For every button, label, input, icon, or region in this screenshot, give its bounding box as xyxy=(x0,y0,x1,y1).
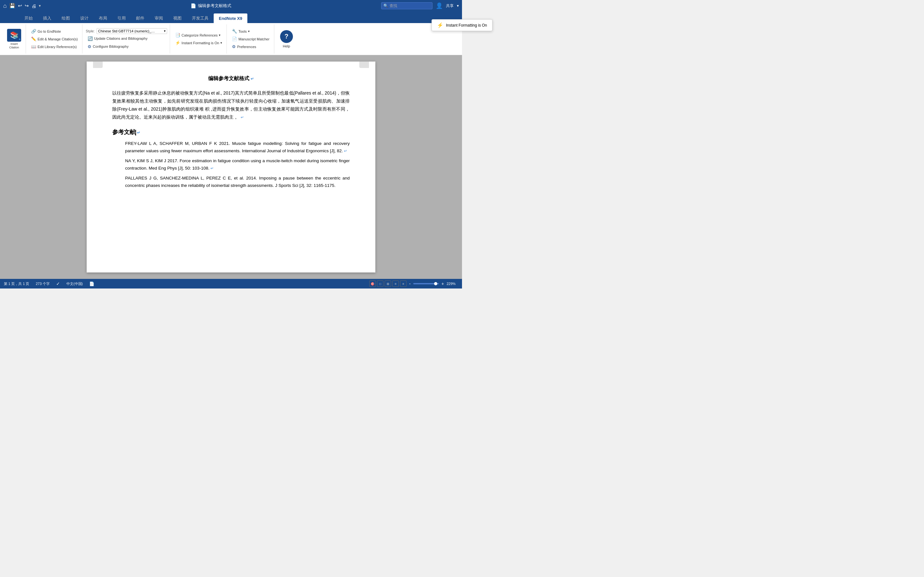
reference-item-2: NA Y, KIM S J, KIM J 2017. Force estimat… xyxy=(125,157,350,172)
tools-icon: 🔧 xyxy=(232,29,237,34)
focus-view-btn[interactable]: 🎯 xyxy=(369,280,376,287)
instant-formatting-button[interactable]: ⚡ Instant Formatting is On ▾ xyxy=(173,39,224,46)
categorize-dropdown-icon: ▾ xyxy=(219,33,220,37)
edit-library-reference-button[interactable]: 📖 Edit Library Reference(s) xyxy=(29,43,79,50)
more-icon[interactable]: ▾ xyxy=(39,3,41,8)
preferences-icon: ⚙ xyxy=(232,44,236,49)
dropdown-arrow-icon: ▾ xyxy=(164,29,166,33)
reference-item-1: FREY-LAW L A, SCHAFFER M, URBAN F K 2021… xyxy=(125,140,350,155)
status-bar: 第 1 页，共 1 页 273 个字 ✓ 中文(中国) 📄 🎯 □ ⊞ ≡ ≡ … xyxy=(0,279,462,288)
tab-devtools[interactable]: 开发工具 xyxy=(187,13,214,23)
zoom-minus[interactable]: - xyxy=(409,281,411,286)
chevron-icon[interactable]: ▾ xyxy=(457,3,459,8)
style-value: Chinese Std GBT7714 (numeric)_20190... xyxy=(98,29,156,33)
endnote-buttons-group: 🔗 Go to EndNote ✏️ Edit & Manage Citatio… xyxy=(27,24,82,53)
status-right: 🎯 □ ⊞ ≡ ≡ - + 229% xyxy=(369,280,458,287)
view-buttons: 🎯 □ ⊞ ≡ ≡ xyxy=(369,280,407,287)
style-dropdown[interactable]: Chinese Std GBT7714 (numeric)_20190... ▾ xyxy=(97,28,167,34)
doc-file-icon: 📄 xyxy=(191,3,196,8)
update-icon: 🔄 xyxy=(87,36,93,41)
style-label: Style: xyxy=(86,29,95,33)
tab-layout[interactable]: 布局 xyxy=(94,13,112,23)
tab-insert[interactable]: 插入 xyxy=(38,13,57,23)
web-view-btn[interactable]: ⊞ xyxy=(384,280,391,287)
outline-view-btn[interactable]: ≡ xyxy=(393,280,399,287)
tab-start[interactable]: 开始 xyxy=(19,13,38,23)
insert-citation-icon: 📚 + xyxy=(7,29,21,42)
document-body[interactable]: 以往疲劳恢复多采用静止休息的被动恢复方式(Na et al., 2017)其方式… xyxy=(112,89,350,121)
document-page[interactable]: 编辑参考文献格式 ↵ 以往疲劳恢复多采用静止休息的被动恢复方式(Na et al… xyxy=(87,61,375,272)
document-title: 编辑参考文献格式 ↵ xyxy=(112,74,350,83)
search-box[interactable]: 🔍 查找 xyxy=(381,2,433,9)
heading-return-mark: ↵ xyxy=(136,131,140,135)
go-to-endnote-button[interactable]: 🔗 Go to EndNote xyxy=(29,28,79,35)
insert-citation-button[interactable]: 📚 + Insert Citation xyxy=(5,27,23,51)
categorize-references-button[interactable]: 📑 Categorize References ▾ xyxy=(173,32,224,39)
tab-references[interactable]: 引用 xyxy=(112,13,131,23)
redo-icon[interactable]: ↪ xyxy=(25,3,29,9)
zoom-thumb xyxy=(434,282,437,285)
edit-manage-citation-button[interactable]: ✏️ Edit & Manage Citation(s) xyxy=(29,35,79,42)
home-icon[interactable]: ⌂ xyxy=(3,3,7,9)
status-left: 第 1 页，共 1 页 273 个字 ✓ 中文(中国) 📄 xyxy=(4,281,94,286)
search-placeholder: 查找 xyxy=(389,3,397,9)
tab-mail[interactable]: 邮件 xyxy=(131,13,150,23)
title-bar-left: ⌂ 💾 ↩ ↪ 🖨 ▾ xyxy=(3,3,41,9)
undo-icon[interactable]: ↩ xyxy=(18,3,22,9)
title-bar-center: 📄 编辑参考文献格式 xyxy=(191,3,231,9)
endnote-icon: 🔗 xyxy=(31,29,36,34)
corner-left xyxy=(93,61,103,68)
print-icon[interactable]: 🖨 xyxy=(31,3,36,9)
insert-citation-label: Insert Citation xyxy=(9,42,19,49)
instant-format-dropdown-icon: ▾ xyxy=(220,41,222,45)
help-label: Help xyxy=(283,44,290,48)
zoom-plus[interactable]: + xyxy=(441,281,444,286)
language: 中文(中国) xyxy=(66,282,83,286)
tab-endnote[interactable]: EndNote X9 xyxy=(214,13,247,23)
ref2-return-mark: ↵ xyxy=(210,166,214,171)
tools-button[interactable]: 🔧 Tools ▾ xyxy=(230,28,271,35)
style-row: Style: Chinese Std GBT7714 (numeric)_201… xyxy=(86,28,167,34)
zoom-slider[interactable] xyxy=(413,283,439,284)
style-group: Style: Chinese Std GBT7714 (numeric)_201… xyxy=(83,24,170,53)
draft-view-btn[interactable]: ≡ xyxy=(400,280,407,287)
tab-draw[interactable]: 绘图 xyxy=(57,13,75,23)
edit-citation-icon: ✏️ xyxy=(31,37,36,41)
page-info: 第 1 页，共 1 页 xyxy=(4,282,29,286)
help-group: ? Help xyxy=(275,24,298,53)
proofing-icon[interactable]: ✓ xyxy=(56,281,60,286)
user-icon[interactable]: 👤 xyxy=(436,2,443,9)
zoom-percent: 229% xyxy=(447,282,458,285)
configure-bibliography-button[interactable]: ⚙ Configure Bibliography xyxy=(86,43,167,50)
help-icon: ? xyxy=(284,33,288,40)
tools-group: 🔧 Tools ▾ 📄 Manuscript Matcher ⚙ Prefere… xyxy=(228,24,274,53)
instant-format-icon: ⚡ xyxy=(175,40,180,45)
body-return-mark: ↵ xyxy=(241,115,244,119)
help-button[interactable]: ? xyxy=(280,30,293,43)
tab-design[interactable]: 设计 xyxy=(75,13,94,23)
word-count: 273 个字 xyxy=(36,282,49,286)
references-heading: 参考文献 ↵ xyxy=(112,127,350,137)
insert-citation-group: 📚 + Insert Citation xyxy=(3,24,26,53)
preferences-button[interactable]: ⚙ Preferences xyxy=(230,43,271,50)
ribbon: 📚 + Insert Citation 🔗 Go to EndNote ✏️ E… xyxy=(0,23,462,55)
tab-review[interactable]: 审阅 xyxy=(150,13,168,23)
save-icon[interactable]: 💾 xyxy=(9,3,15,9)
update-bibliography-button[interactable]: 🔄 Update Citations and Bibliography xyxy=(86,35,167,42)
title-return-mark: ↵ xyxy=(250,77,254,81)
window-title: 编辑参考文献格式 xyxy=(198,3,231,9)
layout-icon: 📄 xyxy=(89,282,94,286)
ref1-return-mark: ↵ xyxy=(343,149,347,153)
categorize-icon: 📑 xyxy=(175,33,180,37)
configure-icon: ⚙ xyxy=(87,44,91,49)
print-view-btn[interactable]: □ xyxy=(377,280,383,287)
manuscript-icon: 📄 xyxy=(232,37,237,41)
page-corners xyxy=(87,61,375,68)
share-label[interactable]: 共享 xyxy=(446,3,454,9)
tab-view[interactable]: 视图 xyxy=(168,13,187,23)
ribbon-tabs: 开始 插入 绘图 设计 布局 引用 邮件 审阅 视图 开发工具 EndNote … xyxy=(0,11,462,23)
title-bar-right: 🔍 查找 👤 共享 ▾ xyxy=(381,2,459,9)
search-icon: 🔍 xyxy=(383,3,388,8)
manuscript-matcher-button[interactable]: 📄 Manuscript Matcher xyxy=(230,35,271,42)
tools-dropdown-icon: ▾ xyxy=(248,29,250,33)
